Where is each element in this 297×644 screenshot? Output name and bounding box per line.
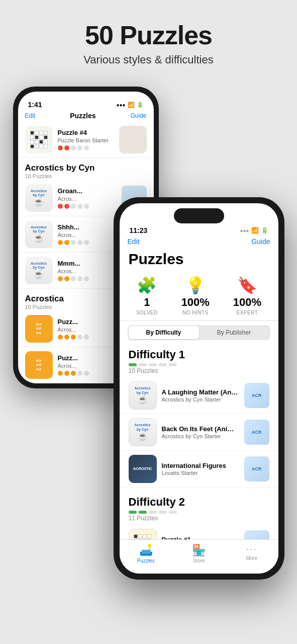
back-item3-dot5 [84,276,89,281]
back-featured-puzzle[interactable]: Puzzle #4 Puzzle Baron Starter [18,122,154,158]
back-acrostica2-dot5 [84,371,89,376]
difficulty-1-bar [129,363,269,366]
crossword-decoration [30,131,48,148]
front-cup-1: ☕ [138,395,148,405]
lightbulb-icon: 💡 [185,276,206,295]
acr-text-3: ACR [252,466,262,471]
front-nav-bar: Edit Guide [120,235,278,249]
diff2-bar-4 [159,511,167,514]
back-acrostics-thumb-3: Acrosticsby Cyn ☕ [25,257,53,284]
lovatts-text: ACROSTIC [133,467,152,471]
back-item1-dot3 [71,204,76,209]
front-status-time: 11:23 [130,226,148,234]
front-puzzle-item-3[interactable]: ACROSTIC International Figures Lovatts S… [120,451,278,488]
back-item3-info: Mmm... Acros... [58,260,117,281]
back-section1-title: Acrostics by Cyn [25,163,147,173]
front-tab-bar: 🛋️ Puzzles 🏪 Store ··· More [120,539,278,574]
back-nav-bar: Edit Puzzles Guide [18,110,154,122]
diff1-bar-2 [139,363,147,366]
back-item3-dot1 [58,276,63,281]
front-puzzle-item-1[interactable]: Acrosticsby Cyn ☕ A Laughing Matter (Ani… [120,377,278,414]
back-item3-sub: Acros... [58,268,117,274]
difficulty-1-count: 10 Puzzles [129,367,269,374]
back-acrostica2-dot3 [71,371,76,376]
front-status-icons: ●●● 📶 🔋 [240,227,268,234]
back-item1-dots [58,204,117,209]
front-acrostics-book-1: Acrosticsby Cyn ☕ [129,382,156,409]
acrostica-logo-2: Acrostica [36,359,42,371]
back-featured-right-thumb [119,126,147,153]
back-acrostics-book-2: Acrosticsby Cyn ☕ [25,220,53,248]
front-stat-solved: 🧩 1 SOLVED [136,276,158,315]
back-item1-dot1 [58,204,63,209]
front-thumb-1: Acrosticsby Cyn ☕ [129,381,157,410]
back-acrostica1-dot1 [58,335,63,340]
front-puzzle-sub-1: Acrostics by Cyn Starter [162,396,239,403]
back-edit-button[interactable]: Edit [25,112,36,119]
back-acrostics-thumb-2: Acrosticsby Cyn ☕ [25,220,53,248]
front-tab-store[interactable]: 🏪 Store [172,544,225,564]
front-book-logo-1: Acrosticsby Cyn [135,386,151,395]
segment-by-difficulty[interactable]: By Difficulty [129,326,199,339]
cup-icon-2: ☕ [34,233,44,243]
difficulty-2-title: Difficulty 2 [129,496,269,509]
battery-icon: 🔋 [137,102,144,108]
dot-4 [77,145,82,150]
back-item3-dot4 [77,276,82,281]
diff2-bar-2 [139,511,147,514]
front-puzzle-info-3: International Figures Lovatts Starter [162,462,239,476]
diff2-bar-5 [169,511,177,514]
diff2-bar-3 [149,511,157,514]
front-puzzle-info-2: Back On Its Feet (AnimaCro...) Acrostics… [162,425,239,439]
front-book-logo-2: Acrosticsby Cyn [135,423,151,432]
page-subtitle: Various styles & difficulties [83,53,213,66]
back-item2-dot2 [64,240,69,245]
back-acrostica1-dots [58,335,117,340]
front-edit-button[interactable]: Edit [128,237,140,246]
stat-hints-label: NO HINTS [182,310,209,315]
back-acrostics-logo-3: Acrosticsby Cyn [31,262,47,270]
front-puzzle-item-4[interactable]: Puzzle #1 Puzzle Baron Starter ACR [120,525,278,539]
front-stat-expert: 🔖 100% EXPERT [233,276,261,315]
back-item2-dot1 [58,240,63,245]
back-featured-sub: Puzzle Baron Starter [58,137,114,143]
diff1-bar-3 [149,363,157,366]
front-tab-more[interactable]: ··· More [225,544,278,564]
back-section1-header: Acrostics by Cyn 10 Puzzles [18,158,154,180]
front-right-thumb-4: ACR [244,530,269,539]
front-puzzle-name-3: International Figures [162,462,239,469]
acr-text-2: ACR [252,430,262,435]
signal-icon: ●●● [116,102,125,108]
stat-expert-label: EXPERT [236,310,258,315]
front-thumb-3: ACROSTIC [129,455,157,483]
front-puzzles-tab-label: Puzzles [137,558,155,564]
back-item2-info: Shhh... Acros... [58,223,117,245]
front-puzzle-name-4: Puzzle #1 [162,536,239,539]
back-nav-title: Puzzles [70,112,95,120]
front-segment-control[interactable]: By Difficulty By Publisher [128,325,270,340]
stat-expert-value: 100% [233,296,261,309]
back-item1-dot2 [64,204,69,209]
back-status-time: 1:41 [28,101,42,109]
front-puzzle-info-1: A Laughing Matter (AnimaCr...) Acrostics… [162,388,239,403]
back-item2-sub: Acros... [58,232,117,238]
front-thumb-2: Acrosticsby Cyn ☕ [129,418,157,446]
back-item1-name: Groan... [58,187,117,195]
dot-2 [64,145,69,150]
front-puzzle-name-2: Back On Its Feet (AnimaCro...) [162,425,239,433]
diff1-bar-4 [159,363,167,366]
back-acrostica2-dots [58,371,117,376]
back-item1-sub: Acros... [58,196,117,202]
segment-by-publisher[interactable]: By Publisher [199,326,269,339]
diff1-bar-5 [169,363,177,366]
back-item2-dots [58,240,117,245]
back-item2-dot3 [71,240,76,245]
back-guide-button[interactable]: Guide [130,112,146,119]
back-item3-dots [58,276,117,281]
front-tab-puzzles[interactable]: 🛋️ Puzzles [120,544,172,564]
front-puzzle-item-2[interactable]: Acrosticsby Cyn ☕ Back On Its Feet (Anim… [120,414,278,451]
dot-3 [71,145,76,150]
front-guide-button[interactable]: Guide [251,237,270,246]
front-wifi-icon: 📶 [251,227,259,234]
back-acrostica1-info: Puzz... Acros... [58,318,117,340]
